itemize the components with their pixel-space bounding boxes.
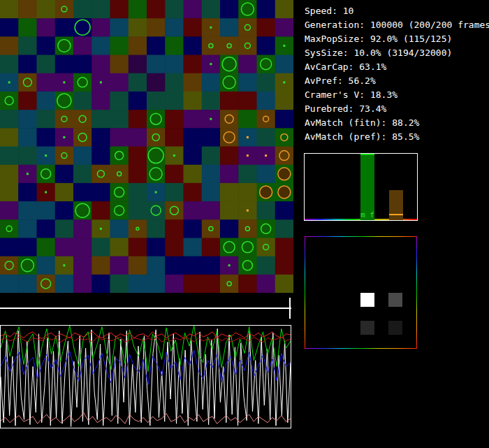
matrix-cell xyxy=(388,321,402,335)
histogram-bar-brown xyxy=(389,190,403,220)
histogram-bar-brown-marker xyxy=(389,214,403,215)
histogram-mf-label: m f xyxy=(358,210,377,219)
stat-generation: Generation: 100000 (200/200 frames) xyxy=(305,18,486,32)
histogram-bar-green-cap xyxy=(360,154,374,155)
stat-avpref: AvPref: 56.2% xyxy=(305,74,486,88)
stat-avmatch-pref: AvMatch (pref): 85.5% xyxy=(305,130,486,144)
frame-scrubber-marker[interactable] xyxy=(289,298,291,319)
world-grid[interactable] xyxy=(0,0,293,293)
stat-speed: Speed: 10 xyxy=(305,4,486,18)
stat-avcarcap: AvCarCap: 63.1% xyxy=(305,60,486,74)
matrix-border-left xyxy=(305,236,305,349)
matrix-border-right xyxy=(416,236,417,349)
matrix-cell xyxy=(360,321,374,335)
matrix-cell xyxy=(360,293,374,307)
stat-syssize: SysSize: 10.0% (3194/32000) xyxy=(305,46,486,60)
stat-maxpopsize: MaxPopSize: 92.0% (115/125) xyxy=(305,32,486,46)
matrix-cell xyxy=(388,293,402,307)
species-histogram-panel: m f xyxy=(304,153,418,221)
stat-purebred: Purebred: 73.4% xyxy=(305,102,486,116)
matrix-border-top xyxy=(305,236,417,237)
stat-avmatch-fitn: AvMatch (fitn): 88.2% xyxy=(305,116,486,130)
interaction-matrix-panel xyxy=(305,236,417,349)
simulation-window: Speed: 10 Generation: 100000 (200/200 fr… xyxy=(0,0,489,448)
stats-panel: Speed: 10 Generation: 100000 (200/200 fr… xyxy=(305,4,486,144)
history-line-chart xyxy=(0,325,291,428)
frame-scrubber-track[interactable] xyxy=(0,308,291,309)
matrix-border-bottom xyxy=(305,348,417,349)
stat-cramers-v: Cramer's V: 18.3% xyxy=(305,88,486,102)
